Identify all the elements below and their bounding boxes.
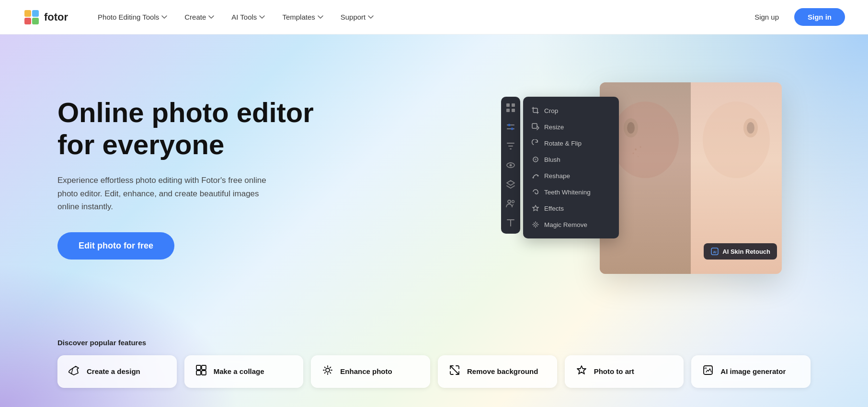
feature-label-enhance-photo: Enhance photo	[340, 367, 392, 376]
signup-button[interactable]: Sign up	[747, 9, 787, 25]
svg-rect-38	[202, 365, 206, 370]
svg-point-27	[635, 148, 637, 150]
svg-point-21	[537, 175, 539, 177]
svg-point-26	[627, 122, 635, 134]
features-grid: Create a design Make a collage Enhance p…	[57, 355, 811, 388]
ai-skin-retouch-badge: AI AI Skin Retouch	[704, 243, 777, 260]
sidebar-item-rotate-flip[interactable]: Rotate & Flip	[523, 135, 619, 151]
navbar: fotor Photo Editing Tools Create AI Tool…	[0, 0, 868, 34]
svg-point-12	[511, 128, 514, 130]
nav-item-create[interactable]: Create	[178, 9, 221, 25]
resize-icon	[532, 123, 539, 131]
hero-left: Online photo editor for everyone Experie…	[57, 78, 326, 260]
chevron-down-icon	[259, 14, 265, 20]
editor-sidebar: Crop Resize Rotate & Flip Blush	[523, 97, 619, 238]
sidebar-item-resize[interactable]: Resize	[523, 119, 619, 135]
nav-item-ai-tools[interactable]: AI Tools	[225, 9, 272, 25]
nav-item-photo-editing-tools[interactable]: Photo Editing Tools	[91, 9, 174, 25]
feature-label-make-collage: Make a collage	[214, 367, 264, 376]
chevron-down-icon	[318, 14, 323, 20]
sidebar-item-crop[interactable]: Crop	[523, 102, 619, 119]
features-section: Discover popular features Create a desig…	[0, 339, 868, 388]
photo-panel: AI AI Skin Retouch	[600, 82, 782, 274]
magic-icon	[532, 221, 539, 228]
effects-icon	[532, 204, 539, 212]
ai-image-generator-icon: AI	[702, 364, 714, 379]
filter-icon[interactable]	[505, 141, 516, 151]
svg-marker-42	[577, 366, 586, 374]
cta-button[interactable]: Edit photo for free	[57, 232, 174, 260]
svg-rect-2	[32, 10, 39, 17]
svg-point-31	[703, 102, 770, 178]
svg-rect-7	[506, 109, 510, 112]
hero-content: Online photo editor for everyone Experie…	[0, 34, 868, 283]
hero-section: Online photo editor for everyone Experie…	[0, 34, 868, 407]
features-section-label: Discover popular features	[57, 339, 811, 347]
layers-icon[interactable]	[505, 179, 516, 190]
feature-card-ai-image-generator[interactable]: AI AI image generator	[691, 355, 811, 388]
svg-rect-6	[512, 103, 515, 107]
feature-card-photo-to-art[interactable]: Photo to art	[565, 355, 684, 388]
hero-subtitle: Experience effortless photo editing with…	[57, 174, 278, 213]
chevron-down-icon	[368, 14, 374, 20]
remove-background-icon	[449, 364, 460, 379]
feature-label-create-design: Create a design	[87, 367, 140, 376]
hero-right: Crop Resize Rotate & Flip Blush	[326, 78, 811, 283]
editor-toolbar	[501, 97, 520, 234]
feature-card-enhance-photo[interactable]: Enhance photo	[311, 355, 430, 388]
svg-point-28	[640, 147, 641, 148]
sidebar-item-teeth-whitening[interactable]: Teeth Whitening	[523, 184, 619, 200]
svg-point-24	[612, 102, 679, 178]
brand-name: fotor	[44, 11, 68, 23]
feature-card-create-design[interactable]: Create a design	[57, 355, 177, 388]
enhance-photo-icon	[322, 364, 333, 379]
chevron-down-icon	[161, 14, 167, 20]
sidebar-item-effects[interactable]: Effects	[523, 200, 619, 216]
svg-point-33	[747, 122, 754, 134]
svg-rect-37	[196, 365, 201, 370]
grid-icon[interactable]	[505, 102, 516, 113]
feature-label-remove-background: Remove background	[467, 367, 538, 376]
sidebar-item-blush[interactable]: Blush	[523, 151, 619, 168]
nav-item-templates[interactable]: Templates	[275, 9, 330, 25]
svg-text:AI: AI	[704, 367, 707, 370]
signin-button[interactable]: Sign in	[794, 8, 845, 26]
svg-rect-4	[32, 18, 39, 24]
rotate-icon	[532, 139, 539, 147]
ai-badge-label: AI Skin Retouch	[722, 248, 770, 255]
svg-point-15	[508, 200, 511, 203]
text-icon[interactable]	[505, 217, 516, 228]
svg-rect-17	[532, 124, 537, 128]
eye-icon[interactable]	[505, 160, 516, 170]
svg-point-19	[535, 158, 537, 160]
sliders-icon[interactable]	[505, 122, 516, 132]
feature-card-remove-background[interactable]: Remove background	[438, 355, 557, 388]
crop-icon	[532, 107, 539, 114]
feature-label-ai-image-generator: AI image generator	[720, 367, 786, 376]
ai-icon: AI	[710, 247, 719, 256]
svg-marker-22	[533, 205, 538, 211]
create-design-icon	[69, 364, 80, 379]
people-icon[interactable]	[505, 198, 516, 209]
teeth-icon	[532, 188, 539, 196]
editor-mockup: Crop Resize Rotate & Flip Blush	[523, 82, 782, 283]
svg-point-29	[633, 153, 634, 154]
nav-item-support[interactable]: Support	[334, 9, 381, 25]
blush-icon	[532, 156, 539, 163]
svg-point-16	[512, 201, 514, 203]
svg-point-20	[533, 177, 534, 179]
svg-rect-1	[24, 10, 31, 17]
svg-rect-3	[24, 18, 31, 24]
logo[interactable]: fotor	[23, 9, 68, 26]
sidebar-item-reshape[interactable]: Reshape	[523, 168, 619, 184]
svg-point-14	[510, 164, 512, 167]
fotor-logo-icon	[23, 9, 40, 26]
nav-links: Photo Editing Tools Create AI Tools Temp…	[91, 9, 747, 25]
hero-title: Online photo editor for everyone	[57, 97, 326, 160]
svg-rect-40	[202, 371, 206, 375]
nav-actions: Sign up Sign in	[747, 8, 845, 26]
sidebar-item-magic-remove[interactable]: Magic Remove	[523, 216, 619, 233]
photo-to-art-icon	[576, 364, 587, 379]
make-collage-icon	[195, 364, 207, 379]
feature-card-make-collage[interactable]: Make a collage	[184, 355, 304, 388]
